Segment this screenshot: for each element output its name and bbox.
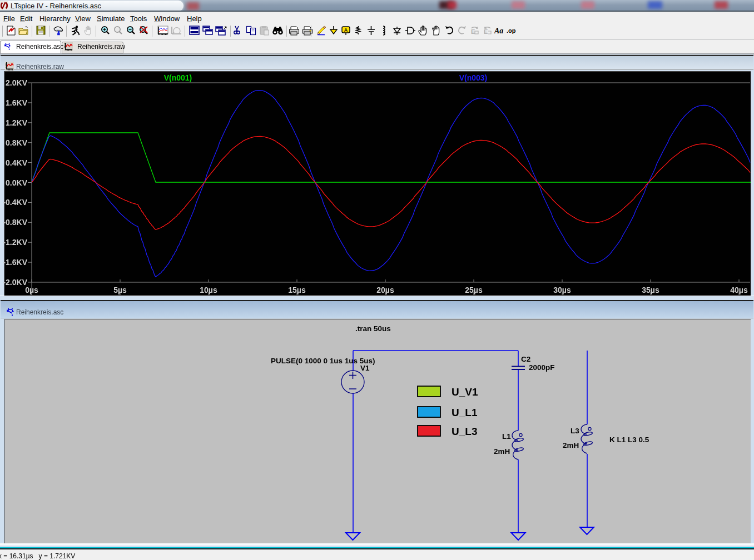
svg-text:U_V1: U_V1 <box>452 386 478 398</box>
svg-text:K L1 L3 0.5: K L1 L3 0.5 <box>609 436 649 444</box>
svg-text:2mH: 2mH <box>494 447 510 456</box>
svg-text:V1: V1 <box>360 364 370 372</box>
svg-text:PULSE(0 1000 0 1us 1us 5us): PULSE(0 1000 0 1us 1us 5us) <box>271 357 375 365</box>
svg-text:C2: C2 <box>521 355 530 363</box>
svg-text:2mH: 2mH <box>563 441 579 449</box>
svg-text:L1: L1 <box>502 432 511 441</box>
svg-text:.tran 50us: .tran 50us <box>355 324 391 333</box>
svg-text:2000pF: 2000pF <box>529 363 555 372</box>
svg-text:L3: L3 <box>571 427 579 435</box>
svg-text:U_L3: U_L3 <box>452 426 477 437</box>
svg-text:U_L1: U_L1 <box>452 407 478 418</box>
